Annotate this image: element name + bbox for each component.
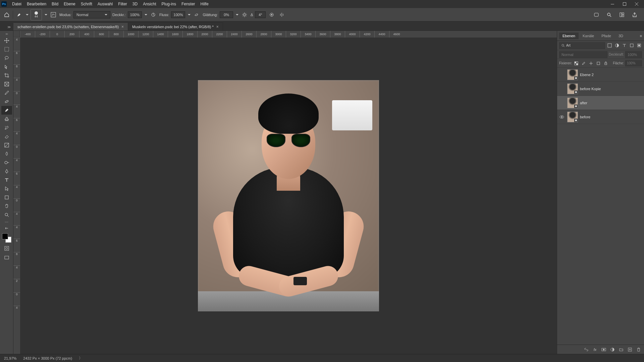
group-layers-icon[interactable] <box>619 347 624 352</box>
document-tab[interactable]: ≫ schatten erstellen.psdc bei 23,6% (sch… <box>13 22 128 31</box>
layer-name[interactable]: Ebene 2 <box>580 73 594 77</box>
filter-shape-icon[interactable] <box>629 43 635 49</box>
workspace-button[interactable] <box>618 11 626 19</box>
menu-schrift[interactable]: Schrift <box>78 0 95 8</box>
smoothing-field[interactable]: 0% <box>220 11 233 18</box>
stamp-tool[interactable] <box>1 115 12 123</box>
menu-3d[interactable]: 3D <box>130 0 140 8</box>
document-info[interactable]: 2432 Px × 3000 Px (72 ppcm) <box>23 356 72 360</box>
filter-smart-icon[interactable] <box>636 43 642 49</box>
tab-close-icon[interactable]: × <box>121 24 124 29</box>
visibility-toggle[interactable] <box>558 85 565 92</box>
visibility-toggle[interactable] <box>558 71 565 78</box>
layer-name[interactable]: after <box>580 101 587 105</box>
blur-tool[interactable] <box>1 149 12 158</box>
layer-thumbnail[interactable]: ▦ <box>567 98 578 108</box>
history-brush-tool[interactable] <box>1 123 12 132</box>
crop-tool[interactable] <box>1 71 12 80</box>
marquee-tool[interactable] <box>1 45 12 54</box>
pen-tool[interactable] <box>1 167 12 176</box>
tab-ebenen[interactable]: Ebenen <box>559 33 579 39</box>
lock-pixels-icon[interactable] <box>573 60 579 66</box>
menu-plugins[interactable]: Plug-ins <box>159 0 179 8</box>
hand-tool[interactable] <box>1 202 12 210</box>
pressure-opacity-button[interactable] <box>149 11 157 19</box>
blend-mode-dropdown[interactable]: Normal <box>73 11 110 18</box>
type-tool[interactable] <box>1 176 12 184</box>
menu-filter[interactable]: Filter <box>115 0 130 8</box>
angle-field[interactable]: 4° <box>255 11 266 18</box>
brush-settings-button[interactable] <box>49 11 57 19</box>
layer-row[interactable]: ▦before Kopie <box>557 82 644 96</box>
tool-preset-icon[interactable] <box>15 11 23 19</box>
screenmode-button[interactable] <box>3 254 11 261</box>
foreground-color[interactable] <box>2 233 8 239</box>
share-button[interactable] <box>631 11 639 19</box>
lasso-tool[interactable] <box>1 54 12 62</box>
canvas-area[interactable] <box>20 38 557 354</box>
layer-thumbnail[interactable]: ▦ <box>567 112 578 122</box>
brush-tool[interactable] <box>1 106 12 115</box>
link-layers-icon[interactable] <box>584 347 589 352</box>
delete-layer-icon[interactable] <box>636 347 641 352</box>
brush-caret-icon[interactable] <box>45 14 47 15</box>
flow-field[interactable]: 100% <box>171 11 185 18</box>
dodge-tool[interactable] <box>1 158 12 167</box>
tool-preset-caret-icon[interactable] <box>26 14 29 15</box>
layer-name[interactable]: before <box>580 115 590 119</box>
layer-opacity-field[interactable]: 100% <box>625 51 642 58</box>
zoom-level[interactable]: 21,97% <box>4 356 16 360</box>
filter-type-icon[interactable] <box>621 43 627 49</box>
lock-artboard-icon[interactable] <box>595 60 601 66</box>
smoothing-gear-button[interactable] <box>240 11 249 19</box>
menu-ebene[interactable]: Ebene <box>61 0 78 8</box>
document-tab-active[interactable]: Muskeln verstärken.psdc bei 22% (after, … <box>128 22 223 31</box>
collapse-icon[interactable]: ≫ <box>5 32 8 36</box>
filter-adjust-icon[interactable] <box>614 43 620 49</box>
status-chevron-icon[interactable]: 〉 <box>79 356 83 361</box>
lock-all-icon[interactable] <box>603 60 609 66</box>
menu-auswahl[interactable]: Auswahl <box>95 0 115 8</box>
cloud-docs-button[interactable] <box>592 11 600 19</box>
home-button[interactable] <box>3 11 11 19</box>
eyedropper-tool[interactable] <box>1 88 12 97</box>
filter-image-icon[interactable] <box>606 43 612 49</box>
layer-name[interactable]: before Kopie <box>580 87 601 91</box>
layer-thumbnail[interactable]: ▦ <box>567 69 578 80</box>
tab-kanaele[interactable]: Kanäle <box>579 33 597 39</box>
new-layer-icon[interactable] <box>627 347 633 352</box>
menu-ansicht[interactable]: Ansicht <box>140 0 159 8</box>
layer-search[interactable] <box>559 42 605 49</box>
smoothing-caret-icon[interactable] <box>236 14 238 15</box>
flow-caret-icon[interactable] <box>188 14 191 15</box>
opacity-field[interactable]: 100% <box>128 11 142 18</box>
color-swatches[interactable] <box>2 233 11 243</box>
zoom-tool[interactable] <box>1 210 12 219</box>
layer-thumbnail[interactable]: ▦ <box>567 83 578 94</box>
layer-fx-icon[interactable]: fx <box>592 347 598 352</box>
menu-datei[interactable]: Datei <box>9 0 24 8</box>
window-minimize-button[interactable] <box>606 0 619 8</box>
eraser-tool[interactable] <box>1 132 12 141</box>
layer-mask-icon[interactable] <box>601 347 606 352</box>
menu-fenster[interactable]: Fenster <box>179 0 198 8</box>
layer-row[interactable]: ▦after <box>557 96 644 110</box>
search-button[interactable] <box>605 11 613 19</box>
tab-close-icon[interactable]: × <box>216 24 219 29</box>
quickmask-button[interactable] <box>3 245 11 252</box>
layer-row[interactable]: ▦before <box>557 110 644 124</box>
menu-bearbeiten[interactable]: Bearbeiten <box>24 0 49 8</box>
tab-pfade[interactable]: Pfade <box>598 33 614 39</box>
airbrush-button[interactable] <box>193 11 201 19</box>
window-close-button[interactable] <box>631 0 643 8</box>
pressure-size-button[interactable] <box>268 11 276 19</box>
move-tool[interactable] <box>1 36 12 45</box>
panel-menu-icon[interactable]: ≡ <box>640 34 642 38</box>
shape-tool[interactable] <box>1 193 12 202</box>
layer-blend-dropdown[interactable]: Normal <box>559 51 607 58</box>
selection-tool[interactable] <box>1 62 12 71</box>
menu-hilfe[interactable]: Hilfe <box>198 0 211 8</box>
frame-tool[interactable] <box>1 80 12 88</box>
lock-position-icon[interactable] <box>588 60 594 66</box>
fill-field[interactable]: 100% <box>625 60 642 66</box>
